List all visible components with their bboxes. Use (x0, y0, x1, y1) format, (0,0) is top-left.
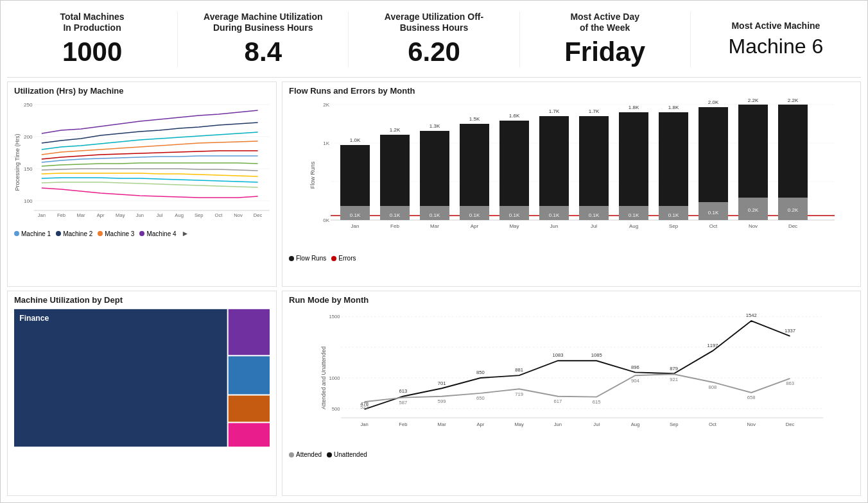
svg-text:Aug: Aug (175, 212, 184, 218)
svg-text:May: May (509, 223, 519, 229)
svg-text:Feb: Feb (57, 212, 65, 218)
svg-text:0.2K: 0.2K (748, 207, 759, 213)
svg-text:Processing Time (Hrs): Processing Time (Hrs) (14, 134, 21, 191)
flow-runs-label: Flow Runs (296, 255, 326, 262)
svg-text:0.1K: 0.1K (708, 210, 719, 216)
svg-text:615: 615 (593, 399, 601, 405)
svg-text:Jun: Jun (554, 422, 562, 427)
machine1-dot (14, 231, 19, 236)
dashboard: Total MachinesIn Production 1000 Average… (0, 0, 868, 503)
svg-text:Dec: Dec (788, 223, 797, 229)
treemap-chart-box: Machine Utilization by Dept Finance (7, 291, 277, 496)
machine1-label: Machine 1 (21, 230, 51, 237)
svg-text:Oct: Oct (709, 422, 717, 427)
svg-text:250: 250 (24, 102, 33, 108)
utilization-line-chart: Processing Time (Hrs) 250 200 150 100 (14, 98, 270, 226)
svg-text:522: 522 (360, 404, 369, 410)
svg-text:Sep: Sep (670, 422, 679, 427)
kpi-total-machines-value: 1000 (13, 37, 171, 67)
utilization-chart-title: Utilization (Hrs) by Machine (14, 86, 270, 96)
machine3-dot (98, 231, 103, 236)
kpi-most-active-day: Most Active Dayof the Week Friday (520, 12, 691, 68)
svg-text:0.1K: 0.1K (549, 212, 560, 218)
run-mode-line-chart: Attended and Unattended 1500 1000 500 (289, 307, 854, 448)
svg-text:1337: 1337 (785, 328, 795, 334)
svg-text:1542: 1542 (746, 312, 757, 318)
svg-text:2.0K: 2.0K (708, 99, 719, 105)
svg-text:1K: 1K (323, 141, 329, 146)
svg-text:599: 599 (438, 398, 446, 404)
legend-machine3: Machine 3 (98, 230, 134, 237)
charts-row: Utilization (Hrs) by Machine Processing … (7, 81, 861, 496)
kpi-avg-utilization-offbiz: Average Utilization Off-Business Hours 6… (349, 12, 519, 68)
svg-text:0.1K: 0.1K (430, 212, 440, 218)
svg-text:613: 613 (399, 388, 408, 394)
svg-text:Feb: Feb (390, 223, 399, 229)
machine2-dot (56, 231, 61, 236)
legend-errors: Errors (331, 255, 356, 262)
svg-text:1.8K: 1.8K (629, 105, 639, 110)
attended-dot (289, 452, 294, 457)
flow-runs-bar-chart: Flow Runs 2K 1K 0K (289, 98, 854, 252)
svg-text:2K: 2K (323, 102, 329, 108)
treemap-dept4[interactable] (229, 396, 270, 422)
legend-attended: Attended (289, 451, 322, 458)
machine2-label: Machine 2 (63, 230, 92, 237)
svg-text:650: 650 (476, 395, 485, 401)
svg-text:150: 150 (24, 166, 33, 172)
svg-text:Jan: Jan (360, 422, 368, 427)
chart-left-column: Utilization (Hrs) by Machine Processing … (7, 81, 277, 496)
svg-text:587: 587 (399, 400, 408, 405)
svg-text:850: 850 (476, 370, 485, 375)
svg-text:Jan: Jan (351, 223, 360, 229)
svg-text:921: 921 (670, 377, 678, 382)
svg-rect-53 (499, 121, 529, 220)
svg-text:1.6K: 1.6K (509, 113, 520, 119)
svg-text:Jun: Jun (136, 212, 144, 218)
svg-text:0K: 0K (323, 217, 329, 223)
svg-text:Sep: Sep (669, 223, 679, 229)
svg-text:0.1K: 0.1K (589, 212, 600, 218)
svg-text:881: 881 (515, 367, 523, 373)
kpi-most-active-day-label: Most Active Dayof the Week (526, 12, 684, 33)
svg-text:0.1K: 0.1K (350, 212, 361, 218)
treemap-finance[interactable] (14, 309, 227, 447)
chart-right-column: Flow Runs and Errors by Month Flow Runs … (282, 81, 861, 496)
kpi-avg-utilization-biz: Average Machine UtilizationDuring Busine… (178, 12, 349, 68)
svg-text:Apr: Apr (471, 223, 479, 229)
svg-text:Jul: Jul (593, 422, 600, 427)
svg-text:617: 617 (554, 398, 562, 404)
svg-text:Dec: Dec (254, 212, 263, 218)
svg-text:0.2K: 0.2K (788, 207, 799, 213)
run-mode-chart-title: Run Mode by Month (289, 295, 854, 305)
legend-unattended: Unattended (327, 451, 367, 458)
svg-text:1.7K: 1.7K (549, 108, 560, 114)
treemap-container: Finance (14, 307, 270, 448)
kpi-avg-utilization-biz-value: 8.4 (184, 37, 342, 67)
svg-text:May: May (116, 212, 125, 218)
svg-rect-48 (460, 124, 489, 220)
legend-more-arrow[interactable]: ► (182, 229, 189, 238)
svg-text:1083: 1083 (552, 352, 563, 358)
flow-runs-chart-title: Flow Runs and Errors by Month (289, 86, 854, 96)
machine3-label: Machine 3 (105, 230, 134, 237)
svg-text:Nov: Nov (749, 223, 758, 229)
svg-text:1.0K: 1.0K (350, 137, 361, 143)
treemap-dept3[interactable] (229, 356, 270, 394)
svg-rect-73 (659, 112, 688, 220)
svg-text:0.1K: 0.1K (629, 212, 639, 218)
svg-text:Aug: Aug (631, 422, 640, 427)
kpi-most-active-machine: Most Active Machine Machine 6 (691, 21, 861, 59)
svg-rect-58 (539, 116, 569, 220)
svg-text:Flow Runs: Flow Runs (309, 161, 316, 189)
svg-text:Jan: Jan (38, 212, 46, 218)
svg-text:719: 719 (515, 391, 523, 397)
run-mode-legend: Attended Unattended (289, 451, 854, 458)
svg-text:0.1K: 0.1K (469, 212, 480, 218)
flow-runs-legend: Flow Runs Errors (289, 255, 854, 262)
treemap-dept5[interactable] (229, 423, 270, 447)
svg-rect-68 (619, 112, 648, 220)
kpi-most-active-machine-label: Most Active Machine (697, 21, 855, 31)
errors-label: Errors (338, 255, 356, 262)
treemap-dept2[interactable] (229, 309, 270, 355)
